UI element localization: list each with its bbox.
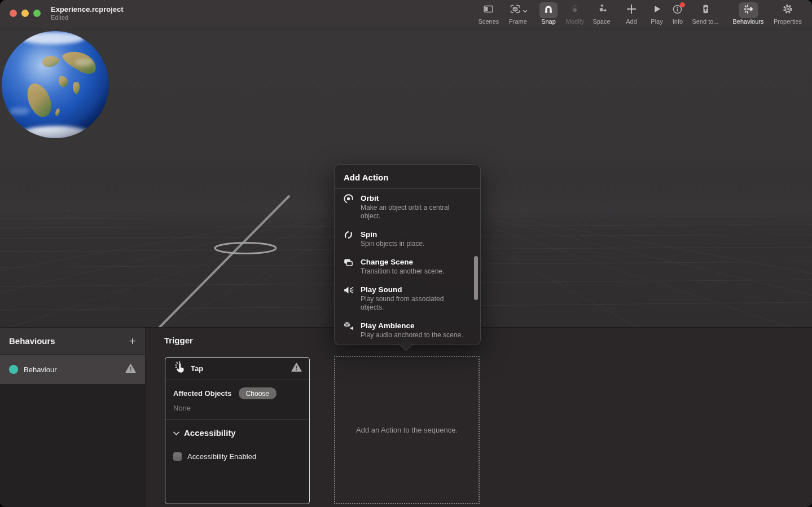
change-scene-icon — [343, 257, 355, 276]
window-title: Experience.rcproject — [51, 5, 124, 14]
add-action-popover: Add Action Orbit Make an object orbit a … — [334, 164, 481, 345]
space-icon — [595, 3, 608, 17]
action-desc: Play audio anchored to the scene. — [361, 331, 463, 340]
traffic-lights — [10, 10, 41, 17]
play-icon — [652, 4, 662, 16]
behaviour-item-label: Behaviour — [24, 365, 120, 374]
trigger-section-heading: Trigger — [164, 336, 193, 345]
earth-globe-object[interactable] — [0, 29, 111, 140]
accessibility-section: Accessibility Accessibility Enabled — [165, 420, 309, 469]
toolbar-frame-button[interactable]: Frame — [509, 3, 528, 25]
toolbar-scenes-label: Scenes — [479, 18, 499, 25]
trigger-card: Tap Affected Objects Choose None Accessi… — [165, 357, 310, 504]
action-desc: Transition to another scene. — [361, 267, 444, 276]
chevron-down-icon — [173, 427, 179, 438]
action-desc: Make an object orbit a central object. — [361, 204, 466, 221]
toolbar-play-button[interactable]: Play — [651, 3, 662, 25]
action-name: Orbit — [361, 193, 466, 204]
behaviour-list-item[interactable]: Behaviour — [0, 355, 145, 384]
choose-button[interactable]: Choose — [239, 387, 276, 399]
toolbar-modify-label: Modify — [566, 18, 584, 25]
toolbar-info-button[interactable]: Info — [672, 3, 683, 25]
toolbar-behaviours-label: Behaviours — [732, 18, 763, 25]
chevron-down-icon — [523, 5, 528, 15]
window-subtitle: Edited — [51, 14, 124, 21]
behaviour-color-dot — [9, 365, 18, 374]
tap-icon — [173, 361, 186, 376]
affected-objects-section: Affected Objects Choose None — [165, 380, 309, 420]
toolbar-behaviours-button[interactable]: Behaviours — [732, 3, 763, 25]
toolbar-add-label: Add — [626, 18, 637, 25]
modify-icon — [569, 3, 581, 17]
action-desc: Spin objects in place. — [361, 240, 424, 248]
action-item-change-scene[interactable]: Change Scene Transition to another scene… — [335, 253, 480, 280]
notification-badge — [680, 2, 685, 7]
action-name: Spin — [361, 230, 424, 240]
orbit-icon — [343, 193, 355, 221]
behaviours-editor-panel: Behaviours + Behaviour Trigger Tap — [0, 327, 812, 507]
behaviours-list-header: Behaviours + — [0, 328, 145, 355]
action-item-play-sound[interactable]: Play Sound Play sound from associated ob… — [335, 280, 480, 316]
action-item-spin[interactable]: Spin Spin objects in place. — [335, 225, 480, 253]
close-button[interactable] — [10, 10, 17, 17]
toolbar-space-label: Space — [592, 18, 610, 25]
accessibility-enabled-label: Accessibility Enabled — [187, 452, 256, 461]
action-desc: Play sound from associated objects. — [361, 295, 466, 312]
affected-objects-label: Affected Objects — [173, 389, 239, 398]
warning-icon[interactable] — [291, 363, 302, 374]
minimize-button[interactable] — [21, 10, 29, 17]
toolbar-add-button[interactable]: Add — [626, 3, 637, 25]
toolbar-snap-label: Snap — [539, 18, 558, 25]
action-name: Play Ambience — [361, 321, 463, 331]
window-title-block: Experience.rcproject Edited — [51, 5, 124, 21]
selection-ring — [215, 243, 276, 254]
add-behaviour-button[interactable]: + — [129, 336, 136, 347]
trigger-name: Tap — [191, 364, 286, 373]
action-item-play-ambience[interactable]: Play Ambience Play audio anchored to the… — [335, 316, 480, 344]
trigger-tap-row[interactable]: Tap — [165, 358, 309, 380]
zoom-button[interactable] — [33, 10, 41, 17]
info-icon — [672, 3, 683, 17]
accessibility-enabled-checkbox[interactable] — [173, 452, 182, 461]
action-name: Play Sound — [361, 285, 466, 295]
action-name: Change Scene — [361, 257, 444, 267]
magnet-icon — [543, 3, 554, 17]
frame-icon — [509, 3, 521, 17]
affected-objects-value: None — [173, 404, 301, 412]
toolbar-snap-button[interactable]: Snap — [539, 3, 558, 25]
toolbar-modify-button[interactable]: Modify — [566, 3, 584, 25]
toolbar-scenes-button[interactable]: Scenes — [479, 3, 499, 25]
spin-icon — [343, 230, 355, 248]
behaviours-icon — [742, 3, 754, 17]
action-sequence-dropzone[interactable]: Add an Action to the sequence. — [334, 356, 480, 504]
titlebar: Experience.rcproject Edited Scenes Frame… — [0, 0, 812, 29]
send-to-icon — [700, 3, 711, 17]
play-ambience-icon — [343, 321, 355, 340]
toolbar-frame-label: Frame — [509, 18, 528, 25]
gear-icon — [782, 3, 793, 17]
action-item-orbit[interactable]: Orbit Make an object orbit a central obj… — [335, 189, 480, 225]
play-sound-icon — [343, 285, 355, 312]
popover-title: Add Action — [335, 165, 480, 188]
toolbar-space-button[interactable]: Space — [592, 3, 610, 25]
popover-scrollbar-thumb[interactable] — [474, 256, 478, 300]
behaviours-list-panel: Behaviours + Behaviour — [0, 328, 146, 507]
accessibility-heading: Accessibility — [184, 428, 236, 438]
behaviours-panel-title: Behaviours — [9, 336, 129, 346]
accessibility-disclosure[interactable]: Accessibility — [173, 427, 301, 438]
warning-icon[interactable] — [125, 364, 136, 376]
toolbar-send-to-button[interactable]: Send to... — [692, 3, 718, 25]
toolbar-properties-button[interactable]: Properties — [774, 3, 802, 25]
sequence-placeholder: Add an Action to the sequence. — [356, 426, 458, 434]
toolbar-play-label: Play — [651, 18, 662, 25]
toolbar-send-to-label: Send to... — [692, 18, 718, 25]
toolbar-properties-label: Properties — [774, 18, 802, 25]
app-window: Experience.rcproject Edited Scenes Frame… — [0, 0, 812, 507]
toolbar-info-label: Info — [672, 18, 683, 25]
scenes-icon — [483, 3, 494, 17]
plus-icon — [626, 3, 637, 17]
